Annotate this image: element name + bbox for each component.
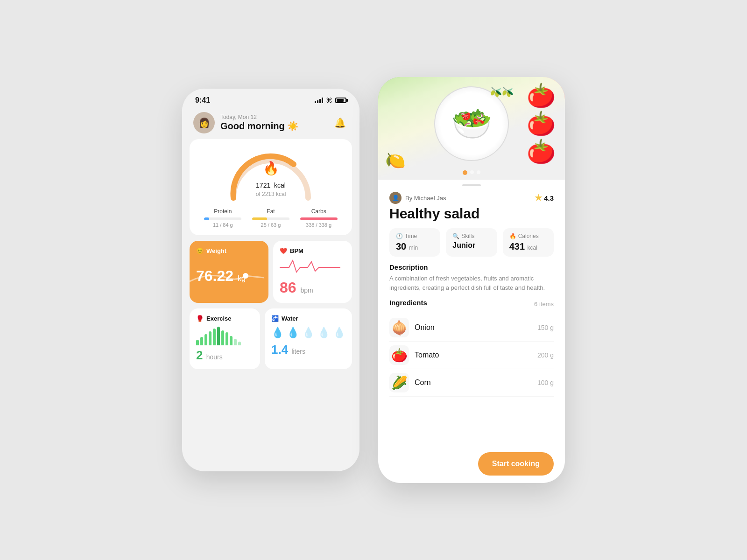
fat-bar bbox=[252, 217, 289, 220]
battery-icon bbox=[335, 98, 346, 103]
gauge-container: 🔥 1721 kcal of 2213 kcal bbox=[199, 147, 343, 203]
ingredients-count: 6 items bbox=[534, 301, 554, 308]
star-icon: ★ bbox=[535, 193, 542, 203]
water-drops: 💧 💧 💧 💧 💧 bbox=[271, 327, 345, 339]
skills-icon: 🔍 bbox=[452, 233, 459, 239]
dot-1[interactable] bbox=[463, 170, 467, 175]
olive-decoration: 🫒🫒 bbox=[490, 86, 514, 98]
tomatoes-decoration: 🍅🍅🍅 bbox=[527, 82, 556, 166]
onion-emoji: 🧅 bbox=[389, 318, 409, 337]
flame-icon: 🔥 bbox=[263, 161, 279, 176]
corn-amount: 100 g bbox=[537, 379, 554, 386]
bpm-wave-svg bbox=[280, 258, 340, 274]
header-date: Today, Mon 12 bbox=[220, 114, 326, 120]
recipe-meta: 👤 By Michael Jas ★ 4.3 bbox=[389, 192, 554, 204]
carbs-bar bbox=[300, 217, 338, 220]
recipe-stats: 🕐 Time 30 min 🔍 Skills Junior 🔥 Calo bbox=[389, 228, 554, 257]
image-dots bbox=[463, 170, 480, 175]
ingredients-header: Ingredients 6 items bbox=[389, 299, 554, 309]
lime-decoration: 🍋 bbox=[385, 151, 406, 170]
protein-bar bbox=[204, 217, 241, 220]
recipe-title: Healthy salad bbox=[389, 206, 554, 222]
dot-3[interactable] bbox=[477, 170, 480, 174]
signal-icon bbox=[315, 98, 323, 103]
recipe-body: 👤 By Michael Jas ★ 4.3 Healthy salad 🕐 T… bbox=[378, 186, 565, 483]
onion-amount: 150 g bbox=[537, 324, 554, 331]
ingredients-title: Ingredients bbox=[389, 299, 427, 307]
macros: Protein 11 / 84 g Fat 25 / 63 g Carbs bbox=[199, 208, 343, 228]
bpm-value: 86 bpm bbox=[280, 279, 345, 296]
ingredient-tomato: 🍅 Tomato 200 g bbox=[389, 342, 554, 369]
right-phone: 🥗 🍅🍅🍅 🍋 🫒🫒 👤 By Michael Jas ★ 4.3 Health… bbox=[378, 77, 565, 483]
salad-bowl: 🥗 bbox=[434, 86, 509, 161]
stats-row: 😊 Weight 76.22 kg ❤️ BPM bbox=[190, 241, 352, 303]
avatar: 👩 bbox=[193, 112, 215, 133]
clock-icon: 🕐 bbox=[396, 233, 403, 239]
macro-protein: Protein 11 / 84 g bbox=[204, 208, 241, 228]
author-avatar: 👤 bbox=[389, 192, 402, 204]
corn-name: Corn bbox=[415, 378, 532, 387]
recipe-author: 👤 By Michael Jas bbox=[389, 192, 446, 204]
exercise-value: 2 hours bbox=[196, 348, 254, 363]
description-text: A combination of fresh vegetables, fruit… bbox=[389, 274, 554, 292]
exercise-card: 🥊 Exercise 2 bbox=[190, 308, 260, 369]
recipe-rating: ★ 4.3 bbox=[535, 193, 554, 203]
svg-point-0 bbox=[243, 273, 248, 279]
tomato-name: Tomato bbox=[415, 351, 532, 359]
header-text: Today, Mon 12 Good morning ☀️ bbox=[220, 114, 326, 132]
onion-name: Onion bbox=[415, 323, 532, 332]
status-time: 9:41 bbox=[195, 96, 210, 105]
status-icons: ⌘ bbox=[315, 97, 346, 104]
recipe-image: 🥗 🍅🍅🍅 🍋 🫒🫒 bbox=[378, 77, 565, 180]
exercise-chart bbox=[196, 327, 254, 345]
water-label: 🚰 Water bbox=[271, 315, 345, 322]
wifi-icon: ⌘ bbox=[326, 97, 332, 104]
macro-carbs: Carbs 338 / 338 g bbox=[300, 208, 338, 228]
bottom-row: 🥊 Exercise 2 bbox=[190, 308, 352, 369]
header: 👩 Today, Mon 12 Good morning ☀️ 🔔 bbox=[182, 108, 359, 139]
left-phone: 9:41 ⌘ 👩 Today, Mon 12 Good morning ☀️ 🔔 bbox=[182, 89, 359, 471]
ingredients-list: 🧅 Onion 150 g 🍅 Tomato 200 g 🌽 Corn 100 … bbox=[389, 314, 554, 397]
ingredient-corn: 🌽 Corn 100 g bbox=[389, 369, 554, 397]
calorie-value: 1721 kcal bbox=[256, 176, 286, 191]
phone-content: 🔥 1721 kcal of 2213 kcal Protein 11 / 84… bbox=[182, 139, 359, 471]
stat-calories: 🔥 Calories 431 kcal bbox=[503, 228, 554, 257]
status-bar: 9:41 ⌘ bbox=[182, 89, 359, 108]
bpm-label: ❤️ BPM bbox=[280, 247, 345, 254]
weight-wave-svg bbox=[190, 267, 264, 286]
macro-fat: Fat 25 / 63 g bbox=[252, 208, 289, 228]
stat-skills: 🔍 Skills Junior bbox=[446, 228, 497, 257]
dot-2[interactable] bbox=[470, 170, 474, 174]
water-value: 1.4 liters bbox=[271, 343, 345, 357]
tomato-emoji: 🍅 bbox=[389, 345, 409, 365]
gauge-center: 🔥 1721 kcal of 2213 kcal bbox=[256, 161, 286, 197]
ingredient-onion: 🧅 Onion 150 g bbox=[389, 314, 554, 342]
weight-card: 😊 Weight 76.22 kg bbox=[190, 241, 268, 303]
stat-time: 🕐 Time 30 min bbox=[389, 228, 440, 257]
start-cooking-button[interactable]: Start cooking bbox=[478, 452, 554, 476]
bpm-card: ❤️ BPM 86 bpm bbox=[273, 241, 352, 303]
calorie-card: 🔥 1721 kcal of 2213 kcal Protein 11 / 84… bbox=[190, 139, 352, 235]
calories-icon: 🔥 bbox=[509, 233, 516, 239]
water-card: 🚰 Water 💧 💧 💧 💧 💧 1.4 liters bbox=[265, 308, 352, 369]
calorie-goal: of 2213 kcal bbox=[256, 191, 286, 197]
weight-label: 😊 Weight bbox=[196, 247, 262, 254]
bell-icon[interactable]: 🔔 bbox=[331, 114, 348, 131]
description-title: Description bbox=[389, 263, 554, 271]
tomato-amount: 200 g bbox=[537, 351, 554, 359]
exercise-label: 🥊 Exercise bbox=[196, 315, 254, 322]
header-greeting: Good morning ☀️ bbox=[220, 120, 326, 132]
corn-emoji: 🌽 bbox=[389, 373, 409, 392]
